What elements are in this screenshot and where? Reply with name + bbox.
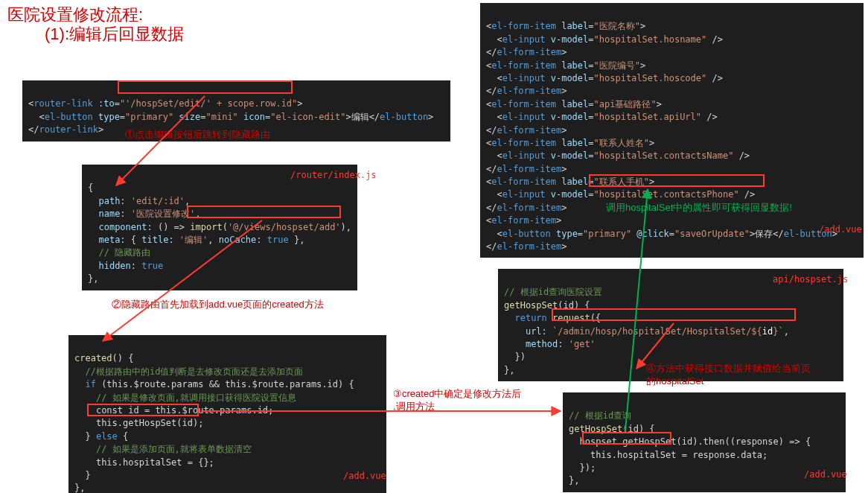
code-routerindex: { path: 'edit/:id', name: '医院设置修改', comp… [82, 165, 357, 290]
annotation-2: ②隐藏路由首先加载到add.vue页面的created方法 [112, 298, 324, 312]
file-label-addvue1: /add.vue [343, 470, 386, 483]
annotation-3b: ,调用方法 [393, 400, 435, 414]
code-method: // 根据id查询 getHospSet(id) { hospset.getHo… [563, 392, 846, 492]
file-label-router: /router/index.js [290, 169, 377, 182]
page-title-line2: (1):编辑后回显数据 [45, 22, 184, 46]
annotation-4b: 的hospitalSet [646, 375, 703, 389]
code-created: created() { //根据路由中的id值判断是去修改页面还是去添加页面 i… [68, 335, 386, 493]
code-form: <el-form-item label="医院名称"> <el-input v-… [480, 3, 864, 258]
file-label-addvue2: /add.vue [804, 468, 847, 481]
file-label-addvue3: /add.vue [819, 223, 862, 236]
annotation-1: ①点击编辑按钮后跳转到隐藏路由 [125, 128, 270, 142]
annotation-green: 调用hospitalSet中的属性即可获得回显数据! [606, 201, 792, 215]
file-label-api: api/hospset.js [773, 273, 848, 286]
